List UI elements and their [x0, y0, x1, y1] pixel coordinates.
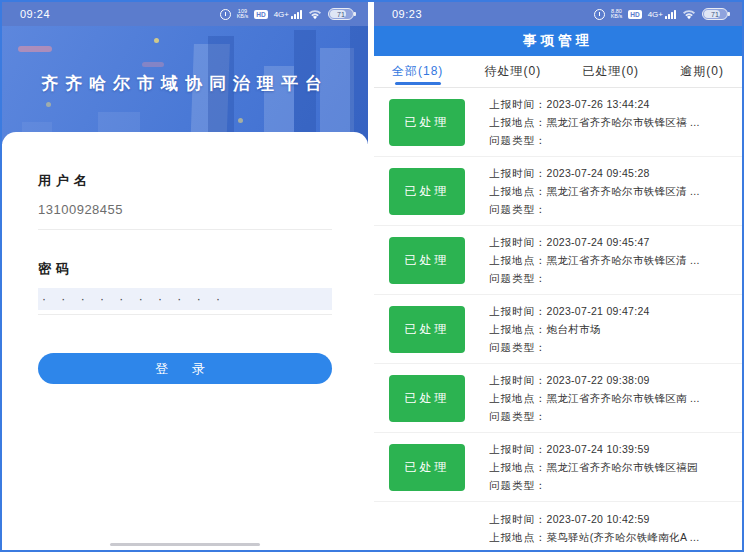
problem-type-label: 问题类型： [489, 134, 547, 146]
tab-overdue[interactable]: 逾期(0) [672, 56, 732, 87]
tab-bar: 全部(18) 待处理(0) 已处理(0) 逾期(0) [374, 56, 742, 88]
status-icons: 8.80 KB/s HD 4G+ 71 [594, 8, 728, 20]
status-icons: 109 KB/s HD 4G+ 71 [220, 8, 354, 20]
item-details: 上报时间：2023-07-24 09:45:28 上报地点：黑龙江省齐齐哈尔市铁… [489, 164, 700, 218]
page-title: 事项管理 [374, 26, 742, 56]
report-location-label: 上报地点： [489, 116, 547, 128]
tab-pending[interactable]: 待处理(0) [477, 56, 550, 87]
report-time-label: 上报时间： [489, 236, 547, 248]
divider [38, 229, 332, 230]
status-bar-left: 09:24 109 KB/s HD 4G+ 71 [2, 2, 368, 26]
battery-percent: 71 [337, 11, 345, 18]
problem-type-label: 问题类型： [489, 203, 547, 215]
report-location-label: 上报地点： [489, 461, 547, 473]
report-location-label: 上报地点： [489, 254, 547, 266]
report-location-value: 菜鸟驿站(齐齐哈尔铁峰南化A ... [547, 531, 700, 543]
network-type-label: 4G+ [648, 11, 663, 19]
report-location-label: 上报地点： [489, 323, 547, 335]
screenshot-frame: 09:24 109 KB/s HD 4G+ 71 [0, 0, 744, 552]
password-field[interactable]: · · · · · · · · · · [38, 288, 332, 310]
item-list[interactable]: 已处理 上报时间：2023-07-26 13:44:24 上报地点：黑龙江省齐齐… [374, 88, 742, 550]
item-details: 上报时间：2023-07-26 13:44:24 上报地点：黑龙江省齐齐哈尔市铁… [489, 95, 700, 149]
status-badge: 已处理 [389, 375, 465, 422]
report-time-value: 2023-07-26 13:44:24 [547, 98, 650, 110]
network-speed-indicator: 8.80 KB/s [611, 9, 623, 19]
status-bar-right: 09:23 8.80 KB/s HD 4G+ 71 [374, 2, 742, 26]
report-time-label: 上报时间： [489, 305, 547, 317]
list-item[interactable]: 已处理 上报时间：2023-07-24 10:39:59 上报地点：黑龙江省齐齐… [374, 433, 742, 502]
report-location-value: 黑龙江省齐齐哈尔市铁锋区清 ... [547, 254, 700, 266]
list-item[interactable]: 已处理 上报时间：2023-07-22 09:38:09 上报地点：黑龙江省齐齐… [374, 364, 742, 433]
report-time-value: 2023-07-24 09:45:28 [547, 167, 650, 179]
report-time-label: 上报时间： [489, 98, 547, 110]
report-location-value: 黑龙江省齐齐哈尔市铁锋区禧园 [547, 461, 698, 473]
battery-icon: 71 [702, 8, 728, 20]
signal-4g-icon: 4G+ [274, 10, 302, 19]
wifi-icon [682, 9, 696, 20]
report-location-label: 上报地点： [489, 185, 547, 197]
report-time-label: 上报时间： [489, 443, 547, 455]
list-item[interactable]: 已处理 上报时间：2023-07-24 09:45:28 上报地点：黑龙江省齐齐… [374, 157, 742, 226]
login-banner: 齐齐哈尔市域协同治理平台 [2, 26, 368, 144]
network-type-label: 4G+ [274, 11, 289, 19]
speed-unit: KB/s [237, 14, 249, 19]
hd-icon: HD [254, 10, 267, 19]
item-details: 上报时间：2023-07-24 10:39:59 上报地点：黑龙江省齐齐哈尔市铁… [489, 440, 698, 494]
alarm-clock-icon [594, 9, 605, 20]
report-time-value: 2023-07-20 10:42:59 [547, 513, 650, 525]
status-badge: 已处理 [389, 444, 465, 491]
problem-type-label: 问题类型： [489, 410, 547, 422]
status-badge: 已处理 [389, 306, 465, 353]
report-location-value: 黑龙江省齐齐哈尔市铁锋区南 ... [547, 392, 700, 404]
item-details: 上报时间：2023-07-21 09:47:24 上报地点：炮台村市场 问题类型… [489, 302, 650, 356]
username-field[interactable]: 13100928455 [38, 202, 332, 217]
report-location-value: 炮台村市场 [547, 323, 601, 335]
home-indicator [110, 543, 260, 546]
item-management-screen: 09:23 8.80 KB/s HD 4G+ 71 [374, 2, 742, 550]
password-label: 密码 [38, 260, 332, 278]
status-badge: 已处理 [389, 168, 465, 215]
problem-type-label: 问题类型： [489, 479, 547, 491]
list-item[interactable]: 已处理 上报时间：2023-07-21 09:47:24 上报地点：炮台村市场 … [374, 295, 742, 364]
login-button[interactable]: 登 录 [38, 353, 332, 384]
login-card: 用户名 13100928455 密码 · · · · · · · · · · 登… [2, 132, 368, 550]
clock-time: 09:24 [20, 8, 50, 20]
wifi-icon [308, 9, 322, 20]
battery-icon: 71 [328, 8, 354, 20]
report-location-value: 黑龙江省齐齐哈尔市铁锋区禧 ... [547, 116, 700, 128]
battery-percent: 71 [711, 11, 719, 18]
report-time-value: 2023-07-22 09:38:09 [547, 374, 650, 386]
report-time-value: 2023-07-24 10:39:59 [547, 443, 650, 455]
report-time-label: 上报时间： [489, 513, 547, 525]
problem-type-label: 问题类型： [489, 272, 547, 284]
report-time-label: 上报时间： [489, 374, 547, 386]
report-time-value: 2023-07-24 09:45:47 [547, 236, 650, 248]
divider [38, 314, 332, 315]
network-speed-indicator: 109 KB/s [237, 9, 249, 19]
report-location-label: 上报地点： [489, 392, 547, 404]
list-item[interactable]: 已处理 上报时间：2023-07-24 09:45:47 上报地点：黑龙江省齐齐… [374, 226, 742, 295]
status-badge: 已处理 [389, 237, 465, 284]
report-location-label: 上报地点： [489, 531, 547, 543]
speed-unit: KB/s [611, 14, 623, 19]
problem-type-label: 问题类型： [489, 341, 547, 353]
tab-processed[interactable]: 已处理(0) [574, 56, 647, 87]
status-badge: 已处理 [389, 99, 465, 146]
list-item[interactable]: 已处理 上报时间：2023-07-26 13:44:24 上报地点：黑龙江省齐齐… [374, 88, 742, 157]
login-screen: 09:24 109 KB/s HD 4G+ 71 [2, 2, 368, 550]
username-label: 用户名 [38, 172, 332, 190]
hd-icon: HD [628, 10, 641, 19]
report-location-value: 黑龙江省齐齐哈尔市铁锋区清 ... [547, 185, 700, 197]
item-details: 上报时间：2023-07-24 09:45:47 上报地点：黑龙江省齐齐哈尔市铁… [489, 233, 700, 287]
list-item[interactable]: 上报时间：2023-07-20 10:42:59 上报地点：菜鸟驿站(齐齐哈尔铁… [374, 502, 742, 550]
clock-time: 09:23 [392, 8, 422, 20]
signal-4g-icon: 4G+ [648, 10, 676, 19]
app-title: 齐齐哈尔市域协同治理平台 [2, 72, 368, 95]
item-details: 上报时间：2023-07-22 09:38:09 上报地点：黑龙江省齐齐哈尔市铁… [489, 371, 700, 425]
report-time-value: 2023-07-21 09:47:24 [547, 305, 650, 317]
tab-all[interactable]: 全部(18) [384, 56, 451, 87]
report-time-label: 上报时间： [489, 167, 547, 179]
alarm-clock-icon [220, 9, 231, 20]
item-details: 上报时间：2023-07-20 10:42:59 上报地点：菜鸟驿站(齐齐哈尔铁… [489, 510, 700, 546]
